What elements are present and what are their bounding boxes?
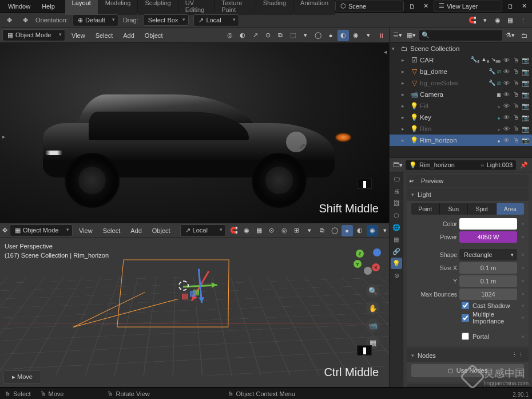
xray-icon[interactable]: ⧉ (275, 30, 286, 41)
toggle-icon[interactable]: 👁 (502, 137, 510, 144)
bm-mat-icon[interactable]: ◐ (354, 225, 366, 236)
viewlayer-field[interactable]: ☰ View Layer (434, 1, 502, 11)
nav-y-icon[interactable]: Z (356, 250, 364, 258)
menu-view-top[interactable]: View (68, 30, 89, 41)
toggle-icon[interactable]: 📷 (522, 102, 530, 110)
nodes-section-header[interactable]: Nodes⋮⋮ (407, 349, 529, 362)
toggle-icon[interactable]: 👁 (502, 102, 510, 110)
nav-z-icon[interactable] (373, 248, 381, 256)
menu-window[interactable]: Window (2, 1, 36, 11)
camera-view-icon[interactable]: 📹 (366, 318, 380, 332)
multi-importance-check[interactable] (462, 314, 469, 322)
overlay-icon[interactable]: ◐ (237, 30, 248, 41)
sizey-field[interactable]: 0.1 m (459, 275, 517, 287)
workspace-tab-sculpting[interactable]: Sculpting (138, 0, 177, 15)
toggle-icon[interactable]: 📷 (522, 80, 530, 87)
disclosure-icon[interactable]: ▸ (402, 103, 408, 109)
workspace-tab-uv-editing[interactable]: UV Editing (178, 0, 214, 15)
scene-close-icon[interactable]: ✕ (420, 1, 431, 12)
light-type-toggle[interactable]: PointSunSpotArea (411, 203, 524, 215)
ptab-scene[interactable]: ⬡ (391, 210, 402, 221)
toggle-icon[interactable]: 🖱 (512, 114, 520, 121)
outliner-search[interactable]: 🔍 (419, 30, 502, 41)
opt1-icon[interactable]: ⊙ (262, 30, 273, 41)
ptab-world[interactable]: 🌐 (391, 222, 402, 233)
transform-bottom-dropdown[interactable]: ↗Local (180, 224, 226, 236)
disclosure-icon[interactable]: ▸ (402, 114, 408, 120)
menu-select-bottom[interactable]: Select (99, 226, 125, 236)
menu-object-top[interactable]: Object (141, 30, 167, 41)
ptab-render[interactable]: 🖵 (391, 173, 402, 185)
light-type-sun[interactable]: Sun (440, 203, 469, 215)
bm-xray-icon[interactable]: ⧉ (316, 225, 328, 236)
dd1-icon[interactable]: ▾ (300, 30, 311, 41)
move-tool-icon[interactable]: ✥ (19, 14, 31, 26)
bm-ov1-icon[interactable]: ⊙ (266, 225, 277, 236)
disclosure-icon[interactable]: ▸ (402, 137, 408, 143)
menu-object-bottom[interactable]: Object (148, 226, 174, 236)
move-operator-panel[interactable]: ▸ Move (3, 370, 41, 384)
disclosure-icon[interactable]: ▸ (402, 57, 408, 63)
tree-root[interactable]: ▾ 🗀 Scene Collection (390, 43, 532, 54)
toggle-icon[interactable]: 📷 (522, 114, 530, 121)
cast-shadow-check[interactable] (462, 302, 469, 309)
snap-opts-icon[interactable]: ▾ (479, 14, 491, 26)
nav-neg-icon[interactable] (364, 267, 372, 275)
disclosure-icon[interactable]: ▸ (402, 126, 408, 132)
outliner-type-icon[interactable]: ☰▾ (392, 30, 403, 41)
bottom-viewport[interactable]: User Perspective (167) Scene Collection … (0, 238, 389, 387)
toggle-icon[interactable]: 👁 (502, 91, 510, 98)
tree-row-rim[interactable]: ▸💡Rim⬥👁🖱📷 (390, 123, 532, 135)
bm-wire-icon[interactable]: ◯ (329, 225, 340, 236)
zoom-icon[interactable]: 🔍 (366, 284, 380, 298)
menu-help[interactable]: Help (36, 1, 61, 11)
light-section-header[interactable]: Light (407, 188, 529, 201)
scene-new-icon[interactable]: 🗋 (406, 1, 418, 12)
top-viewport[interactable]: ▸ ◂ Shift Middle (0, 43, 389, 223)
toggle-icon[interactable]: 👁 (502, 68, 510, 76)
shade-wire-icon[interactable]: ◯ (312, 30, 324, 41)
proportional-icon[interactable]: ◉ (492, 14, 503, 26)
ptab-data[interactable]: 💡 (391, 258, 402, 269)
tree-row-key[interactable]: ▸💡Key⬥👁🖱📷 (390, 112, 532, 123)
preview-section[interactable]: ▸ Preview (407, 175, 529, 187)
sizex-field[interactable]: 0.1 m (459, 262, 517, 274)
shade-solid-icon[interactable]: ● (325, 30, 336, 41)
menu-add-top[interactable]: Add (119, 30, 138, 41)
toggle-icon[interactable]: 🖱 (512, 57, 520, 64)
pause-icon[interactable]: ⏸ (375, 30, 387, 41)
tree-row-bg-dome[interactable]: ▸▽bg_dome🔧 ⧄👁🖱📷 (390, 66, 532, 77)
drag-dropdown[interactable]: Select Box (143, 14, 189, 26)
toggle-icon[interactable]: 🖱 (512, 137, 520, 144)
tree-row-camera[interactable]: ▸📹Camera◙👁🖱📷 (390, 89, 532, 100)
toggle-icon[interactable]: 📷 (522, 125, 530, 133)
tree-row-car[interactable]: ▸☑CAR🔧4 ▲9 ↘99👁🖱📷 (390, 54, 532, 66)
toggle-icon[interactable]: 👁 (502, 57, 510, 64)
power-field[interactable]: 4050 W (459, 231, 517, 243)
toggle-icon[interactable]: 📷 (522, 68, 530, 76)
shade-matprev-icon[interactable]: ◐ (338, 30, 349, 41)
editor-icon[interactable]: ✥ (2, 225, 7, 236)
toggle-icon[interactable]: 🖱 (512, 80, 520, 87)
mode-dropdown-top[interactable]: ▦Object Mode (2, 29, 65, 41)
workspace-tab-modeling[interactable]: Modeling (98, 0, 138, 15)
workspace-tab-shading[interactable]: Shading (256, 0, 293, 15)
outliner[interactable]: ▾ 🗀 Scene Collection ▸☑CAR🔧4 ▲9 ↘99👁🖱📷▸▽… (390, 43, 532, 157)
shape-dropdown[interactable]: Rectangle (459, 249, 517, 260)
toggle-icon[interactable]: 🖱 (512, 125, 520, 133)
gizmo-icon[interactable]: ◎ (224, 30, 236, 41)
transform-space-dropdown[interactable]: ↗Local (193, 14, 239, 26)
dd2-icon[interactable]: ▾ (363, 30, 374, 41)
bm-dd-icon[interactable]: ▾ (304, 225, 315, 236)
nav-gizmo[interactable]: Z Y X (354, 247, 381, 275)
menu-view-bottom[interactable]: View (75, 226, 97, 236)
bm-grid-icon[interactable]: ▦ (253, 225, 265, 236)
custom-props-header[interactable]: Custom Properties (407, 384, 529, 387)
toggle-icon[interactable]: 🖱 (512, 102, 520, 110)
ptab-object[interactable]: ▦ (391, 234, 402, 245)
bm-prop-icon[interactable]: ◉ (241, 225, 252, 236)
disclosure-icon[interactable]: ▸ (402, 80, 408, 86)
color-field[interactable] (459, 218, 517, 230)
pin-icon[interactable]: 📌 (518, 159, 530, 171)
grid-icon[interactable]: ▦ (505, 14, 516, 26)
